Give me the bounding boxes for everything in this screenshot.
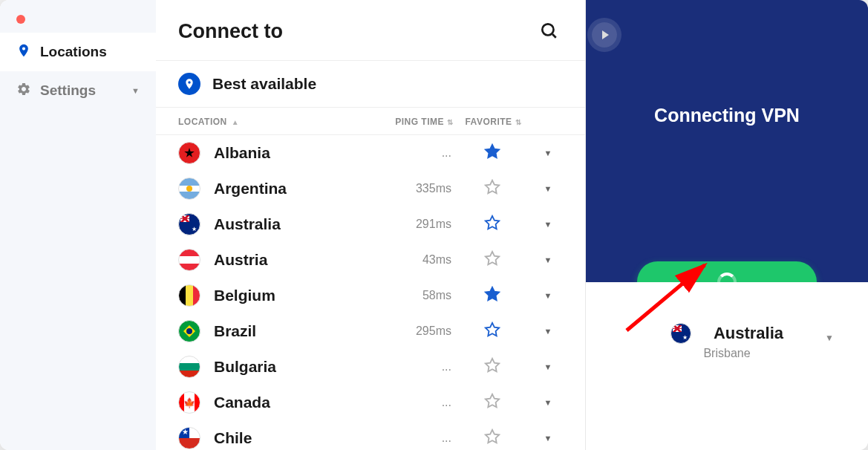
- expand-toggle[interactable]: ▼: [533, 327, 563, 336]
- location-row[interactable]: Austria 43ms ▼: [156, 242, 585, 278]
- location-pin-icon: [16, 43, 31, 61]
- flag-icon: [178, 320, 200, 342]
- flag-icon: [178, 427, 200, 449]
- favorite-toggle[interactable]: [451, 215, 533, 234]
- flag-icon: [178, 177, 200, 200]
- country-name: Australia: [214, 215, 370, 233]
- expand-toggle[interactable]: ▼: [533, 291, 563, 300]
- column-location[interactable]: LOCATION▲: [178, 117, 370, 127]
- close-window-button[interactable]: [16, 15, 25, 24]
- main-panel: Connect to Best available LOCATION▲ PING…: [156, 0, 586, 450]
- best-available-label: Best available: [212, 75, 316, 93]
- sort-icon: ⇅: [515, 118, 520, 126]
- location-row[interactable]: Argentina 335ms ▼: [156, 171, 585, 206]
- location-list[interactable]: Albania ... ▼ Argentina 335ms ▼ Australi…: [156, 135, 585, 450]
- favorite-toggle[interactable]: [451, 393, 533, 412]
- favorite-toggle[interactable]: [451, 357, 533, 376]
- search-button[interactable]: [535, 16, 563, 47]
- location-row[interactable]: Brazil 295ms ▼: [156, 313, 585, 349]
- connection-panel: Connecting VPN Australia Brisbane ▼: [586, 0, 868, 450]
- column-favorite[interactable]: FAVORITE⇅: [451, 117, 533, 127]
- sidebar-item-label: Settings: [40, 82, 96, 99]
- connection-status-text: Connecting VPN: [654, 105, 800, 126]
- ping-value: ...: [370, 396, 451, 409]
- expand-toggle[interactable]: ▼: [533, 184, 563, 193]
- expand-toggle[interactable]: ▼: [533, 434, 563, 443]
- star-icon: [484, 143, 500, 160]
- ping-value: 295ms: [370, 325, 451, 338]
- star-icon: [484, 179, 500, 195]
- country-name: Brazil: [214, 322, 370, 340]
- flag-icon: [178, 391, 200, 414]
- window-controls: [0, 0, 156, 33]
- ping-value: ...: [370, 360, 451, 374]
- favorite-toggle[interactable]: [451, 286, 533, 305]
- country-name: Bulgaria: [214, 358, 370, 376]
- favorite-toggle[interactable]: [451, 428, 533, 448]
- flag-icon: [178, 213, 200, 235]
- sidebar: Locations Settings ▼: [0, 0, 156, 450]
- star-icon: [484, 357, 500, 374]
- star-icon: [484, 215, 500, 231]
- best-available-row[interactable]: Best available: [156, 61, 585, 108]
- location-row[interactable]: Belgium 58ms ▼: [156, 278, 585, 313]
- star-icon: [484, 250, 500, 267]
- flag-icon: [178, 284, 200, 307]
- favorite-toggle[interactable]: [451, 322, 533, 341]
- ping-value: ...: [370, 146, 451, 160]
- connection-status-area: Connecting VPN: [586, 0, 868, 282]
- flag-icon: [178, 356, 200, 378]
- country-name: Albania: [214, 144, 370, 162]
- flag-icon: [178, 142, 200, 164]
- ping-value: 43ms: [370, 253, 451, 267]
- ping-value: ...: [370, 431, 451, 445]
- country-name: Argentina: [214, 180, 370, 198]
- expand-toggle[interactable]: ▼: [533, 398, 563, 407]
- column-ping[interactable]: PING TIME⇅: [370, 117, 451, 127]
- star-icon: [484, 393, 500, 409]
- flag-icon: [178, 249, 200, 271]
- favorite-toggle[interactable]: [451, 179, 533, 198]
- location-dropdown-toggle[interactable]: ▼: [825, 333, 834, 343]
- country-name: Belgium: [214, 287, 370, 304]
- best-location-icon: [178, 73, 200, 95]
- selected-city-name: Brisbane: [703, 347, 750, 360]
- selected-location[interactable]: Australia: [670, 323, 783, 344]
- star-icon: [484, 428, 500, 445]
- expand-toggle[interactable]: ▼: [533, 220, 563, 229]
- ping-value: 291ms: [370, 218, 451, 231]
- ping-value: 58ms: [370, 289, 451, 302]
- selected-country-name: Australia: [714, 324, 783, 343]
- location-row[interactable]: Australia 291ms ▼: [156, 206, 585, 242]
- expand-toggle[interactable]: ▼: [533, 362, 563, 371]
- selected-flag-icon: [670, 323, 691, 344]
- country-name: Canada: [214, 394, 370, 411]
- favorite-toggle[interactable]: [451, 250, 533, 270]
- page-title: Connect to: [178, 20, 283, 43]
- sidebar-item-settings[interactable]: Settings ▼: [0, 71, 156, 110]
- play-button[interactable]: [592, 22, 617, 48]
- ping-value: 335ms: [370, 182, 451, 195]
- sidebar-item-label: Locations: [40, 44, 107, 60]
- location-row[interactable]: Albania ... ▼: [156, 135, 585, 171]
- search-icon: [539, 21, 558, 40]
- country-name: Chile: [214, 429, 370, 447]
- expand-toggle[interactable]: ▼: [533, 149, 563, 157]
- location-row[interactable]: Bulgaria ... ▼: [156, 349, 585, 385]
- sidebar-item-locations[interactable]: Locations: [0, 33, 156, 71]
- svg-line-1: [552, 34, 556, 38]
- column-headers: LOCATION▲ PING TIME⇅ FAVORITE⇅: [156, 108, 585, 135]
- star-icon: [484, 286, 500, 302]
- location-row[interactable]: Chile ... ▼: [156, 420, 585, 450]
- sort-icon: ▲: [232, 118, 238, 126]
- gear-icon: [16, 82, 31, 100]
- selected-location-area: Australia Brisbane ▼: [586, 282, 868, 450]
- expand-toggle[interactable]: ▼: [533, 255, 563, 264]
- country-name: Austria: [214, 251, 370, 269]
- svg-point-0: [542, 24, 553, 35]
- location-row[interactable]: Canada ... ▼: [156, 385, 585, 420]
- header: Connect to: [156, 0, 585, 61]
- star-icon: [484, 322, 500, 338]
- favorite-toggle[interactable]: [451, 143, 533, 163]
- chevron-down-icon: ▼: [131, 86, 140, 95]
